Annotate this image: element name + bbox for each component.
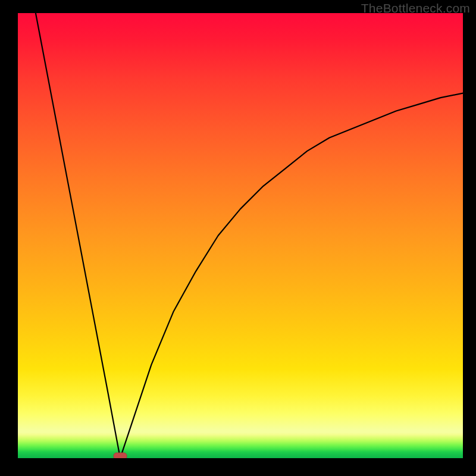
- minimum-marker: [114, 453, 127, 458]
- plot-area: [18, 13, 463, 458]
- curve-layer: [18, 13, 463, 458]
- bottleneck-curve: [36, 13, 463, 458]
- watermark-text: TheBottleneck.com: [361, 1, 470, 15]
- chart-frame: TheBottleneck.com: [0, 0, 476, 476]
